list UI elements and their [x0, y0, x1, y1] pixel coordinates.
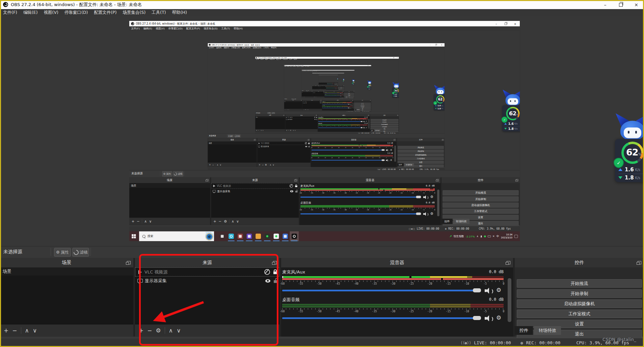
- start-streaming-button[interactable]: 开始推流: [443, 190, 519, 195]
- gear-icon[interactable]: ⚙: [366, 127, 367, 128]
- slider-handle[interactable]: [361, 121, 363, 122]
- popout-icon[interactable]: [316, 115, 317, 116]
- scene-list[interactable]: 场景: [129, 183, 210, 218]
- folder-icon[interactable]: [254, 231, 263, 241]
- tab-controls[interactable]: 控件: [397, 163, 404, 167]
- start-recording-button[interactable]: 开始录制: [443, 196, 519, 201]
- scenes-panel-header[interactable]: 场景: [208, 138, 257, 142]
- volume-slider[interactable]: ⚙: [312, 149, 393, 152]
- move-down-button[interactable]: ∨: [304, 97, 304, 97]
- preview-canvas[interactable]: OBS 27.2.4 (64-bit, windows) - 配置文件: 未命名…: [312, 74, 344, 85]
- gear-button[interactable]: ⚙: [290, 130, 291, 131]
- microphone-icon[interactable]: [481, 235, 482, 237]
- speaker-icon[interactable]: [485, 288, 493, 294]
- move-up-button[interactable]: ∧: [232, 220, 234, 223]
- minimize-button[interactable]: –: [492, 21, 501, 26]
- gear-icon[interactable]: ⚙: [342, 93, 343, 94]
- gear-button[interactable]: ⚙: [314, 97, 315, 97]
- speaker-icon[interactable]: [350, 108, 351, 108]
- source-list[interactable]: VLC 视频源显示器采集: [135, 267, 279, 324]
- menu-item[interactable]: 配置文件(P): [184, 27, 202, 30]
- move-down-button[interactable]: ∨: [295, 130, 296, 131]
- popout-icon[interactable]: [370, 100, 371, 100]
- move-up-button[interactable]: ∧: [217, 164, 218, 166]
- clock[interactable]: 10:34 2023/3/10: [501, 233, 512, 239]
- preview-canvas[interactable]: OBS 27.2.4 (64-bit, windows) - 配置文件: 未命名…: [301, 71, 354, 90]
- popout-icon[interactable]: [638, 261, 641, 264]
- speed-test-badge[interactable]: ✓ 62% 1.6 K/s 1.8 K/s: [367, 81, 371, 90]
- menu-item[interactable]: 工具(T): [149, 10, 169, 16]
- speaker-icon[interactable]: [423, 212, 429, 216]
- speed-test-badge[interactable]: ✓ 62% 1.6 K/s 1.8 K/s: [615, 116, 644, 182]
- filters-button[interactable]: 滤镜: [173, 171, 183, 177]
- scenes-panel-header[interactable]: 场景: [129, 177, 210, 183]
- source-list[interactable]: VLC 视频源显示器采集: [257, 142, 310, 163]
- controls-panel-header[interactable]: 控件: [515, 258, 644, 268]
- popout-icon[interactable]: [295, 179, 297, 181]
- source-list[interactable]: VLC 视频源显示器采集: [211, 183, 299, 218]
- lock-open-icon[interactable]: [316, 119, 317, 120]
- menu-item[interactable]: 视图(V): [154, 27, 166, 30]
- studio-mode-button[interactable]: 工作室模式: [517, 310, 642, 318]
- add-button[interactable]: +: [213, 220, 216, 223]
- volume-slider[interactable]: ⚙: [300, 211, 435, 216]
- speed-test-badge[interactable]: ✓ 62% 1.6 K/s 1.8 K/s: [343, 79, 344, 82]
- menu-item[interactable]: 视图(V): [41, 10, 61, 16]
- mixer-scrollbar[interactable]: [353, 103, 353, 109]
- source-list[interactable]: VLC 视频源显示器采集: [319, 86, 326, 89]
- studio-mode-button[interactable]: 工作室模式: [371, 126, 399, 128]
- start-streaming-button[interactable]: 开始推流: [517, 279, 642, 288]
- gear-icon[interactable]: ⚙: [496, 287, 501, 293]
- visibility-on-icon[interactable]: [323, 93, 324, 93]
- source-list[interactable]: VLC 视频源显示器采集: [313, 92, 324, 96]
- restore-button[interactable]: [501, 21, 510, 26]
- move-up-button[interactable]: ∧: [293, 130, 294, 131]
- menu-item[interactable]: 编辑(E): [141, 27, 154, 30]
- menu-item[interactable]: 帮助(H): [270, 47, 277, 49]
- close-button[interactable]: ×: [628, 0, 644, 9]
- menu-item[interactable]: 文件(F): [0, 10, 20, 16]
- popout-icon[interactable]: [516, 179, 518, 181]
- scene-list-item[interactable]: 场景: [284, 101, 302, 102]
- start-recording-button[interactable]: 开始录制: [398, 150, 444, 153]
- source-row[interactable]: VLC 视频源: [135, 267, 279, 277]
- red-app-icon[interactable]: [236, 231, 245, 241]
- preview-canvas[interactable]: OBS 27.2.4 (64-bit, windows) - 配置文件: 未命名…: [255, 60, 399, 112]
- add-button[interactable]: +: [4, 328, 8, 334]
- preview-canvas[interactable]: OBS 27.2.4 (64-bit, windows) - 配置文件: 未命名…: [0, 16, 644, 246]
- scene-list[interactable]: 场景: [0, 267, 133, 324]
- source-list[interactable]: VLC 视频源显示器采集: [302, 101, 322, 109]
- start-virtual-camera-button[interactable]: 启动虚拟摄像机: [398, 153, 444, 156]
- menu-item[interactable]: 视图(V): [223, 47, 231, 49]
- source-row[interactable]: 显示器采集: [313, 93, 324, 93]
- properties-button[interactable]: ⚙ 属性: [291, 98, 294, 100]
- remove-button[interactable]: −: [288, 130, 289, 131]
- menu-item[interactable]: 场景集合(S): [252, 47, 263, 49]
- popout-icon[interactable]: [254, 139, 256, 141]
- menu-item[interactable]: 停靠窗口(D): [230, 47, 241, 49]
- slider-handle[interactable]: [348, 104, 349, 105]
- restore-button[interactable]: [613, 0, 628, 9]
- studio-mode-button[interactable]: 工作室模式: [354, 107, 371, 108]
- add-button[interactable]: +: [302, 97, 302, 97]
- slider-handle[interactable]: [473, 316, 481, 320]
- sources-panel-header[interactable]: 来源: [257, 138, 310, 142]
- scene-list[interactable]: 场景: [312, 86, 319, 89]
- controls-panel-header[interactable]: 控件: [441, 177, 520, 183]
- move-up-button[interactable]: ∧: [315, 97, 316, 97]
- gear-icon[interactable]: ⚙: [351, 108, 352, 109]
- remove-button[interactable]: −: [304, 109, 305, 110]
- lock-closed-icon[interactable]: [295, 185, 297, 187]
- visibility-on-icon[interactable]: [320, 103, 321, 103]
- volume-slider[interactable]: ⚙: [300, 195, 435, 200]
- ime-indicator[interactable]: 中: [497, 234, 499, 238]
- move-up-button[interactable]: ∧: [307, 109, 307, 110]
- volume-slider[interactable]: ⚙: [318, 121, 368, 122]
- popout-icon[interactable]: [442, 139, 444, 141]
- visibility-off-icon[interactable]: [314, 117, 316, 118]
- mixer-scrollbar[interactable]: [395, 146, 396, 162]
- scene-list[interactable]: 场景: [208, 142, 257, 163]
- mixer-scrollbar[interactable]: [437, 190, 439, 216]
- scene-list-item[interactable]: 场景: [208, 142, 257, 145]
- visibility-on-icon[interactable]: [305, 146, 307, 147]
